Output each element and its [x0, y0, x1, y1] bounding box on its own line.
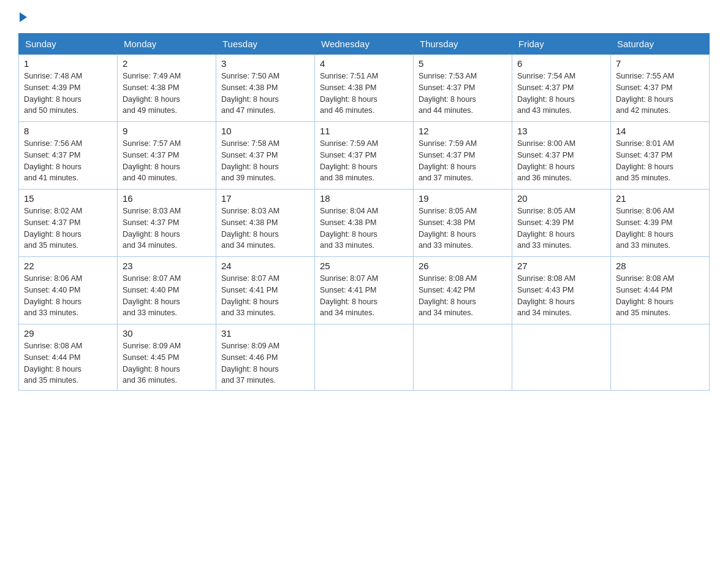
calendar-cell: 23 Sunrise: 8:07 AM Sunset: 4:40 PM Dayl…: [118, 257, 216, 324]
week-row-2: 8 Sunrise: 7:56 AM Sunset: 4:37 PM Dayli…: [19, 122, 710, 190]
calendar-cell: 25 Sunrise: 8:07 AM Sunset: 4:41 PM Dayl…: [315, 257, 414, 324]
day-info: Sunrise: 8:07 AM Sunset: 4:40 PM Dayligh…: [123, 273, 211, 319]
col-header-tuesday: Tuesday: [216, 34, 315, 55]
day-info: Sunrise: 7:49 AM Sunset: 4:38 PM Dayligh…: [123, 71, 211, 117]
calendar-cell: 14 Sunrise: 8:01 AM Sunset: 4:37 PM Dayl…: [611, 122, 710, 190]
calendar-cell: 8 Sunrise: 7:56 AM Sunset: 4:37 PM Dayli…: [19, 122, 118, 190]
calendar-cell: [315, 324, 414, 391]
day-number: 21: [616, 193, 704, 204]
day-info: Sunrise: 7:59 AM Sunset: 4:37 PM Dayligh…: [320, 138, 408, 184]
day-number: 2: [123, 58, 211, 69]
day-number: 13: [517, 126, 605, 136]
col-header-wednesday: Wednesday: [315, 34, 414, 55]
day-info: Sunrise: 7:50 AM Sunset: 4:38 PM Dayligh…: [221, 71, 309, 117]
day-number: 4: [320, 58, 408, 69]
day-number: 7: [616, 58, 704, 69]
day-number: 20: [517, 193, 605, 204]
day-number: 23: [123, 261, 211, 271]
day-info: Sunrise: 7:56 AM Sunset: 4:37 PM Dayligh…: [24, 138, 112, 184]
calendar-cell: 20 Sunrise: 8:05 AM Sunset: 4:39 PM Dayl…: [512, 190, 611, 257]
calendar-cell: 1 Sunrise: 7:48 AM Sunset: 4:39 PM Dayli…: [19, 55, 118, 122]
day-number: 26: [419, 261, 507, 271]
col-header-sunday: Sunday: [19, 34, 118, 55]
calendar-cell: [611, 324, 710, 391]
day-number: 3: [221, 58, 309, 69]
day-number: 24: [221, 261, 309, 271]
week-row-4: 22 Sunrise: 8:06 AM Sunset: 4:40 PM Dayl…: [19, 257, 710, 324]
calendar-cell: 7 Sunrise: 7:55 AM Sunset: 4:37 PM Dayli…: [611, 55, 710, 122]
day-number: 27: [517, 261, 605, 271]
col-header-monday: Monday: [118, 34, 216, 55]
calendar-cell: 11 Sunrise: 7:59 AM Sunset: 4:37 PM Dayl…: [315, 122, 414, 190]
day-info: Sunrise: 8:08 AM Sunset: 4:42 PM Dayligh…: [419, 273, 507, 319]
calendar-cell: 15 Sunrise: 8:02 AM Sunset: 4:37 PM Dayl…: [19, 190, 118, 257]
calendar-cell: [414, 324, 512, 391]
day-number: 9: [123, 126, 211, 136]
day-info: Sunrise: 8:07 AM Sunset: 4:41 PM Dayligh…: [320, 273, 408, 319]
day-info: Sunrise: 8:03 AM Sunset: 4:37 PM Dayligh…: [123, 205, 211, 251]
calendar-cell: 19 Sunrise: 8:05 AM Sunset: 4:38 PM Dayl…: [414, 190, 512, 257]
day-info: Sunrise: 7:55 AM Sunset: 4:37 PM Dayligh…: [616, 71, 704, 117]
day-number: 22: [24, 261, 112, 271]
day-number: 28: [616, 261, 704, 271]
day-info: Sunrise: 7:51 AM Sunset: 4:38 PM Dayligh…: [320, 71, 408, 117]
day-number: 25: [320, 261, 408, 271]
calendar-cell: 16 Sunrise: 8:03 AM Sunset: 4:37 PM Dayl…: [118, 190, 216, 257]
calendar-cell: 29 Sunrise: 8:08 AM Sunset: 4:44 PM Dayl…: [19, 324, 118, 391]
calendar-cell: 22 Sunrise: 8:06 AM Sunset: 4:40 PM Dayl…: [19, 257, 118, 324]
day-info: Sunrise: 7:59 AM Sunset: 4:37 PM Dayligh…: [419, 138, 507, 184]
calendar-cell: [512, 324, 611, 391]
day-info: Sunrise: 8:08 AM Sunset: 4:44 PM Dayligh…: [24, 340, 112, 386]
calendar-cell: 18 Sunrise: 8:04 AM Sunset: 4:38 PM Dayl…: [315, 190, 414, 257]
calendar-cell: 10 Sunrise: 7:58 AM Sunset: 4:37 PM Dayl…: [216, 122, 315, 190]
col-header-saturday: Saturday: [611, 34, 710, 55]
calendar-cell: 26 Sunrise: 8:08 AM Sunset: 4:42 PM Dayl…: [414, 257, 512, 324]
calendar-cell: 13 Sunrise: 8:00 AM Sunset: 4:37 PM Dayl…: [512, 122, 611, 190]
day-info: Sunrise: 8:05 AM Sunset: 4:39 PM Dayligh…: [517, 205, 605, 251]
day-number: 15: [24, 193, 112, 204]
calendar-table: SundayMondayTuesdayWednesdayThursdayFrid…: [18, 33, 710, 391]
day-info: Sunrise: 7:58 AM Sunset: 4:37 PM Dayligh…: [221, 138, 309, 184]
calendar-cell: 30 Sunrise: 8:09 AM Sunset: 4:45 PM Dayl…: [118, 324, 216, 391]
day-number: 19: [419, 193, 507, 204]
calendar-cell: 27 Sunrise: 8:08 AM Sunset: 4:43 PM Dayl…: [512, 257, 611, 324]
day-number: 10: [221, 126, 309, 136]
calendar-header-row: SundayMondayTuesdayWednesdayThursdayFrid…: [19, 34, 710, 55]
day-info: Sunrise: 8:06 AM Sunset: 4:40 PM Dayligh…: [24, 273, 112, 319]
day-info: Sunrise: 7:54 AM Sunset: 4:37 PM Dayligh…: [517, 71, 605, 117]
day-number: 14: [616, 126, 704, 136]
day-number: 12: [419, 126, 507, 136]
logo: [18, 12, 28, 22]
day-number: 29: [24, 328, 112, 339]
day-info: Sunrise: 8:04 AM Sunset: 4:38 PM Dayligh…: [320, 205, 408, 251]
calendar-cell: 6 Sunrise: 7:54 AM Sunset: 4:37 PM Dayli…: [512, 55, 611, 122]
week-row-3: 15 Sunrise: 8:02 AM Sunset: 4:37 PM Dayl…: [19, 190, 710, 257]
day-info: Sunrise: 8:09 AM Sunset: 4:46 PM Dayligh…: [221, 340, 309, 386]
logo-arrow-icon: [20, 12, 27, 22]
day-info: Sunrise: 8:02 AM Sunset: 4:37 PM Dayligh…: [24, 205, 112, 251]
day-info: Sunrise: 8:06 AM Sunset: 4:39 PM Dayligh…: [616, 205, 704, 251]
day-number: 18: [320, 193, 408, 204]
day-info: Sunrise: 8:08 AM Sunset: 4:44 PM Dayligh…: [616, 273, 704, 319]
day-info: Sunrise: 8:03 AM Sunset: 4:38 PM Dayligh…: [221, 205, 309, 251]
day-info: Sunrise: 8:05 AM Sunset: 4:38 PM Dayligh…: [419, 205, 507, 251]
calendar-cell: 28 Sunrise: 8:08 AM Sunset: 4:44 PM Dayl…: [611, 257, 710, 324]
calendar-cell: 12 Sunrise: 7:59 AM Sunset: 4:37 PM Dayl…: [414, 122, 512, 190]
calendar-cell: 24 Sunrise: 8:07 AM Sunset: 4:41 PM Dayl…: [216, 257, 315, 324]
week-row-5: 29 Sunrise: 8:08 AM Sunset: 4:44 PM Dayl…: [19, 324, 710, 391]
calendar-cell: 21 Sunrise: 8:06 AM Sunset: 4:39 PM Dayl…: [611, 190, 710, 257]
calendar-cell: 3 Sunrise: 7:50 AM Sunset: 4:38 PM Dayli…: [216, 55, 315, 122]
page-header: [18, 12, 710, 22]
day-number: 17: [221, 193, 309, 204]
week-row-1: 1 Sunrise: 7:48 AM Sunset: 4:39 PM Dayli…: [19, 55, 710, 122]
day-number: 30: [123, 328, 211, 339]
calendar-cell: 17 Sunrise: 8:03 AM Sunset: 4:38 PM Dayl…: [216, 190, 315, 257]
day-info: Sunrise: 8:01 AM Sunset: 4:37 PM Dayligh…: [616, 138, 704, 184]
day-number: 6: [517, 58, 605, 69]
day-info: Sunrise: 8:08 AM Sunset: 4:43 PM Dayligh…: [517, 273, 605, 319]
day-info: Sunrise: 7:57 AM Sunset: 4:37 PM Dayligh…: [123, 138, 211, 184]
calendar-cell: 5 Sunrise: 7:53 AM Sunset: 4:37 PM Dayli…: [414, 55, 512, 122]
day-info: Sunrise: 8:09 AM Sunset: 4:45 PM Dayligh…: [123, 340, 211, 386]
day-number: 16: [123, 193, 211, 204]
calendar-cell: 31 Sunrise: 8:09 AM Sunset: 4:46 PM Dayl…: [216, 324, 315, 391]
